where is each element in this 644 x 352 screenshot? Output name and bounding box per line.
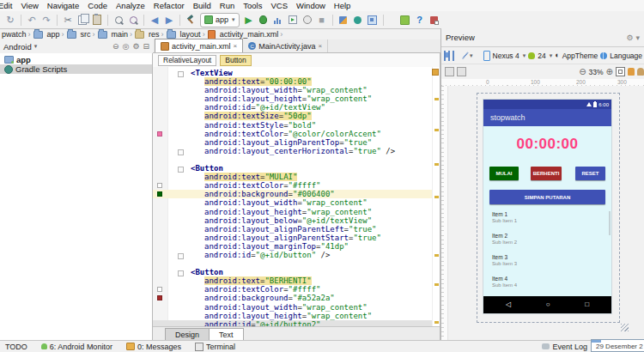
notifications-icon[interactable] <box>637 68 644 76</box>
menu-build[interactable]: Build <box>189 0 216 11</box>
sdk-manager-icon[interactable] <box>428 13 441 27</box>
code-line[interactable]: android:layout_height="wrap_content" <box>153 312 433 320</box>
code-line[interactable]: android:textColor="@color/colorAccent" <box>153 130 433 138</box>
find-usages-icon[interactable] <box>126 13 140 27</box>
nav-back-icon[interactable]: ◁ <box>506 301 511 308</box>
zoom-to-fit-icon[interactable] <box>616 67 625 76</box>
tab-activity_main-xml[interactable]: activity_main.xml× <box>155 39 243 52</box>
breadcrumb-item-app[interactable]: app <box>33 30 60 39</box>
api-select[interactable]: 24▾ <box>528 52 552 60</box>
code-line[interactable]: android:text="BERHENTI" <box>153 276 433 285</box>
breadcrumb-item-layout[interactable]: layout <box>166 30 201 39</box>
stripe-mark[interactable] <box>434 98 439 100</box>
project-structure-icon[interactable] <box>398 13 412 27</box>
code-line[interactable]: android:id="@+id/button" /> <box>153 251 433 259</box>
gutter-color-swatch-pink[interactable] <box>157 131 162 137</box>
code-editor[interactable]: <TextViewandroid:text="00:00:00"android:… <box>153 67 440 327</box>
android-monitor-icon[interactable] <box>337 13 350 27</box>
run-icon[interactable]: ▶ <box>242 13 256 27</box>
menu-refactor[interactable]: Refactor <box>149 0 189 11</box>
code-line[interactable]: android:id="@+id/textView" <box>153 103 433 112</box>
code-line[interactable]: android:layout_alignParentStart="true" <box>153 234 433 242</box>
gutter-color-swatch-green[interactable] <box>157 191 162 197</box>
list-item[interactable]: Item 4Sub Item 4 <box>492 276 607 297</box>
xml-crumb-relativelayout[interactable]: RelativeLayout <box>158 55 216 66</box>
menu-tools[interactable]: Tools <box>239 0 266 11</box>
gutter-color-swatch-white[interactable] <box>157 287 162 292</box>
tab-design[interactable]: Design <box>165 328 210 341</box>
menu-code[interactable]: Code <box>83 0 112 11</box>
hide-panel-icon[interactable]: ⊟ <box>143 42 149 51</box>
stripe-mark[interactable] <box>434 129 439 131</box>
render-options-icon[interactable] <box>462 52 470 60</box>
sync-icon[interactable]: ↻ <box>3 13 17 27</box>
tree-item-app[interactable]: app <box>0 55 152 64</box>
collapse-all-icon[interactable]: ⊖ <box>112 42 119 51</box>
paste-icon[interactable] <box>90 13 104 27</box>
code-line[interactable] <box>153 155 433 164</box>
code-line[interactable]: <TextView <box>153 69 433 77</box>
attach-debugger-icon[interactable] <box>286 13 300 27</box>
device-button-mulai[interactable]: MULAI <box>489 167 519 180</box>
stripe-mark[interactable] <box>434 254 439 257</box>
locate-file-icon[interactable]: ◎ <box>123 42 130 51</box>
save-lap-button[interactable]: SIMPAN PUTARAN <box>489 190 605 204</box>
menu-navigate[interactable]: Navigate <box>43 0 84 11</box>
blueprint-surface-icon[interactable] <box>448 51 450 61</box>
preview-canvas[interactable]: 6:00 stopwatch 00:00:00 MULAIBERHENTIRES… <box>441 86 644 341</box>
menu-help[interactable]: Help <box>330 0 355 11</box>
device-button-reset[interactable]: RESET <box>575 167 605 180</box>
stripe-mark[interactable] <box>434 163 439 166</box>
terminal-tab[interactable]: Terminal <box>195 343 235 351</box>
project-view-selector[interactable]: Android ▾ <box>3 42 37 52</box>
stripe-mark[interactable] <box>434 321 439 324</box>
make-project-icon[interactable] <box>184 13 197 27</box>
preview-hide-icon[interactable]: ▾ <box>635 33 640 42</box>
variant-icon-1[interactable] <box>445 67 454 76</box>
device-select[interactable]: Nexus 4▾ <box>483 51 526 61</box>
tab-text[interactable]: Text <box>209 328 244 341</box>
settings-gear-icon[interactable]: ⚙ <box>132 42 139 51</box>
inspection-indicator[interactable] <box>432 69 439 76</box>
event-log-button[interactable]: Event Log <box>542 343 587 351</box>
breadcrumb-item-activity_main-xml[interactable]: activity_main.xml <box>207 30 279 39</box>
code-line[interactable]: <Button <box>153 268 433 276</box>
code-line[interactable]: android:textColor="#ffff" <box>153 181 433 190</box>
code-lines[interactable]: <TextViewandroid:text="00:00:00"android:… <box>153 69 433 327</box>
code-line[interactable]: android:layout_height="wrap_content" <box>153 208 433 216</box>
code-line[interactable]: android:layout_width="wrap_content" <box>153 303 433 312</box>
code-line[interactable]: android:textSize="50dp" <box>153 112 433 120</box>
nav-recents-icon[interactable]: □ <box>585 301 589 308</box>
stop-icon[interactable]: ■ <box>315 13 329 27</box>
redo-icon[interactable]: ↷ <box>39 13 53 27</box>
list-item[interactable]: Item 3Sub Item 3 <box>492 254 607 276</box>
code-line[interactable] <box>153 259 433 268</box>
pan-icon[interactable] <box>628 68 635 76</box>
code-line[interactable]: android:layout_alignParentTop="true" <box>153 138 433 147</box>
debug-icon[interactable] <box>257 13 270 27</box>
code-line[interactable]: android:background="#a52a2a" <box>153 294 433 302</box>
lap-list[interactable]: Item 1Sub Item 1Item 2Sub Item 2Item 3Su… <box>492 211 607 297</box>
split-surface-icon[interactable] <box>453 51 454 61</box>
code-line[interactable]: android:layout_height="wrap_content" <box>153 94 433 103</box>
language-select[interactable]: Language▾ <box>600 52 644 60</box>
code-line[interactable]: android:text="MULAI" <box>153 173 433 181</box>
code-line[interactable]: android:layout_alignParentLeft="true" <box>153 225 433 234</box>
coverage-icon[interactable] <box>301 13 314 27</box>
forward-icon[interactable]: ▶ <box>162 13 176 27</box>
copy-icon[interactable] <box>76 13 89 27</box>
tab-MainActivity-java[interactable]: MainActivity.java× <box>243 39 328 52</box>
stripe-mark[interactable] <box>434 196 439 198</box>
code-line[interactable]: android:layout_width="wrap_content" <box>153 198 433 207</box>
nav-home-icon[interactable]: ○ <box>546 301 550 308</box>
tree-item-gradle-scripts[interactable]: Gradle Scripts <box>0 64 152 74</box>
fold-marker[interactable] <box>178 270 184 276</box>
preview-settings-gear-icon[interactable]: ⚙ <box>626 33 633 42</box>
gutter-color-swatch-white[interactable] <box>157 183 162 188</box>
code-line[interactable]: android:background="#006400" <box>153 190 433 198</box>
code-line[interactable]: android:layout_marginTop="41dp" <box>153 242 433 251</box>
menu-vcs[interactable]: VCS <box>266 0 292 11</box>
android-monitor-tab[interactable]: 6: Android Monitor <box>41 343 112 351</box>
undo-icon[interactable]: ↶ <box>25 13 39 27</box>
menu-window[interactable]: Window <box>292 0 330 11</box>
